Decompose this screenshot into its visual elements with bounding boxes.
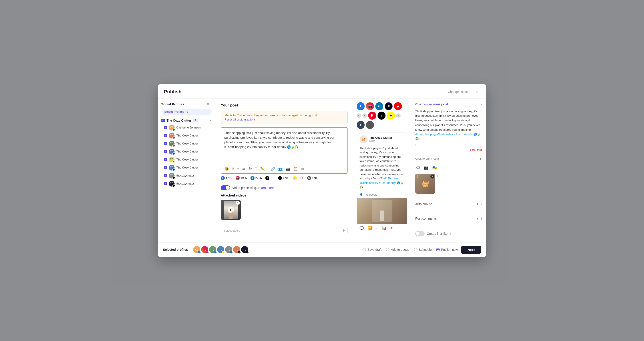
next-button[interactable]: Next: [461, 246, 481, 254]
ugc-button[interactable]: 👥: [278, 166, 283, 172]
click-to-edit-media[interactable]: Click to edit media ▲: [415, 155, 482, 162]
retweet-button[interactable]: 🔁: [368, 226, 372, 230]
group-checkbox[interactable]: [161, 119, 165, 122]
dot-icon: ●: [364, 114, 365, 117]
list-button[interactable]: ≡: [236, 166, 240, 171]
publish-now-option[interactable]: Publish now: [436, 248, 458, 251]
post-comments-row[interactable]: Post comments ▼ ℹ: [415, 214, 482, 222]
tab-linkedin[interactable]: in: [375, 102, 383, 110]
tab-more-1[interactable]: ●: [357, 113, 361, 118]
auto-publish-info[interactable]: ℹ: [481, 202, 482, 206]
sn-badge: 👻: [172, 160, 175, 163]
hashtag-thrift[interactable]: #ThriftShopping: [379, 177, 400, 180]
mention-button[interactable]: @: [248, 166, 252, 171]
filter-button[interactable]: ≡: [207, 102, 209, 106]
hashtag-thrift-customize[interactable]: #ThriftShopping: [415, 133, 436, 136]
labels-select[interactable]: Select labels: [221, 227, 338, 234]
customize-expand-button[interactable]: ›: [481, 102, 482, 106]
grid-button[interactable]: ⊞: [300, 166, 304, 172]
tab-more-3[interactable]: ●: [366, 121, 374, 129]
profile-checkbox[interactable]: [164, 182, 167, 185]
translate-button[interactable]: ⇄: [242, 166, 246, 172]
hashtag-sustainability-customize[interactable]: #Sustainability: [436, 133, 455, 136]
tab-snapchat[interactable]: 👻: [387, 112, 395, 120]
select-profiles-pill[interactable]: Select Profiles · 8: [161, 109, 212, 115]
profile-checkbox[interactable]: [164, 142, 167, 145]
media-thumb-menu-button[interactable]: ⋮: [416, 174, 419, 178]
create-first-like-info[interactable]: ℹ: [450, 232, 451, 235]
profile-item[interactable]: TC ♪ thecozyclutter: [162, 172, 212, 180]
profile-item[interactable]: TC in The Cozy Clutter: [162, 164, 212, 172]
tw-icon: 𝕏: [265, 176, 269, 180]
avatar-wrapper: TC ♪: [169, 173, 174, 178]
profile-checkbox[interactable]: [164, 150, 167, 153]
close-button[interactable]: ×: [474, 89, 480, 95]
media-tool-gif[interactable]: 🎭: [431, 164, 438, 171]
profile-checkbox[interactable]: [164, 166, 167, 169]
clipboard-button[interactable]: 📋: [293, 166, 298, 172]
profile-checkbox[interactable]: [164, 126, 167, 129]
analytics-button[interactable]: 📊: [382, 226, 386, 230]
media-tool-camera[interactable]: 📷: [423, 164, 430, 171]
schedule-radio[interactable]: [414, 248, 418, 251]
tab-pinterest[interactable]: P: [368, 112, 376, 120]
hashtag-eco[interactable]: #EcoFriendly: [379, 181, 396, 184]
learn-more-link[interactable]: Learn more: [258, 186, 274, 190]
play-button[interactable]: ▶: [228, 207, 234, 213]
auto-publish-row[interactable]: Auto publish ▼ ℹ: [415, 200, 482, 208]
hashtag-eco-customize[interactable]: #EcoFriendly: [456, 133, 473, 136]
share-button[interactable]: ⬆: [390, 226, 393, 230]
camera-button[interactable]: 📷: [285, 166, 291, 172]
profile-item[interactable]: TC 👻 The Cozy Clutter: [162, 156, 212, 164]
info-button[interactable]: ℹ: [415, 143, 416, 147]
divider-2: [415, 211, 482, 211]
add-to-queue-radio[interactable]: [386, 248, 390, 251]
tab-instagram[interactable]: 📷: [366, 102, 374, 110]
profile-item[interactable]: TC ♪ thecozyclutter: [162, 180, 212, 188]
emoji-button[interactable]: 😊: [224, 166, 230, 172]
tk-count: 1706: [283, 176, 289, 180]
tab-facebook[interactable]: f: [357, 102, 365, 110]
media-info-button[interactable]: ℹ: [437, 174, 438, 178]
tab-youtube[interactable]: ▶: [394, 102, 402, 110]
tag-people-row[interactable]: 👤 Tag people: [357, 192, 407, 198]
tab-more-2[interactable]: ●: [362, 113, 367, 118]
schedule-option[interactable]: Schedule: [414, 248, 432, 251]
tab-tumblr[interactable]: t: [357, 121, 365, 129]
edit-button[interactable]: ✏️: [260, 166, 265, 172]
save-draft-radio[interactable]: [362, 248, 366, 251]
profile-item[interactable]: CJ f Catherine Johnson: [162, 124, 212, 132]
profile-item[interactable]: TC f The Cozy Clutter: [162, 148, 212, 156]
add-to-queue-option[interactable]: Add to queue: [386, 248, 409, 251]
save-draft-option[interactable]: Save draft: [362, 248, 382, 251]
post-comments-info[interactable]: ℹ: [481, 217, 482, 220]
reset-customizations-link[interactable]: Reset all customizations: [224, 118, 344, 121]
hashtag-sustainability[interactable]: #Sustainability: [360, 181, 378, 184]
text-format-button[interactable]: T: [254, 166, 258, 171]
li-icon: in: [250, 176, 254, 180]
collapse-button[interactable]: ‹: [210, 102, 212, 106]
comment-button[interactable]: 💬: [360, 226, 364, 230]
hashtag-button[interactable]: #: [232, 166, 235, 171]
first-like-toggle[interactable]: [415, 231, 424, 236]
video-processing-toggle[interactable]: [221, 185, 230, 190]
profile-checkbox[interactable]: [164, 174, 167, 177]
like-button[interactable]: ♡: [376, 226, 379, 230]
tab-arrow[interactable]: ›: [396, 113, 400, 118]
auto-publish-dropdown[interactable]: ▼: [476, 202, 479, 206]
tab-tiktok[interactable]: ♪: [378, 112, 386, 120]
labels-settings-button[interactable]: ⚙: [340, 227, 348, 234]
publish-now-radio[interactable]: [436, 248, 440, 251]
post-text-input[interactable]: Thrift shopping isn't just about saving …: [221, 128, 347, 163]
link-button[interactable]: 🔗: [270, 166, 276, 172]
tab-twitter[interactable]: 𝕏: [384, 102, 392, 110]
post-comments-dropdown[interactable]: ▼: [476, 217, 479, 220]
profile-item[interactable]: TC 📷 The Cozy Clutter: [162, 132, 212, 140]
media-thumb-close-button[interactable]: ×: [430, 174, 434, 178]
profile-item[interactable]: TC 📷 The Cozy Clutter: [162, 140, 212, 148]
auto-publish-label: Auto publish: [415, 202, 432, 206]
profile-checkbox[interactable]: [164, 158, 167, 161]
profile-group-header[interactable]: The Cozy Clutter 8 ▲: [161, 117, 212, 124]
profile-checkbox[interactable]: [164, 134, 167, 137]
media-tool-file[interactable]: 🖼: [415, 164, 421, 171]
